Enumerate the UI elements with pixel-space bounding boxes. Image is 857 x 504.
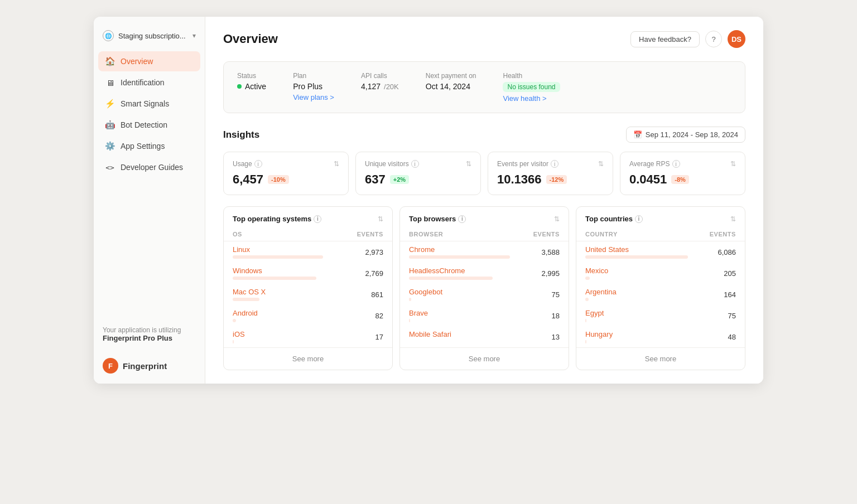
chevron-down-icon: ▾ [192, 32, 196, 40]
table-row-link-Windows[interactable]: Windows [233, 266, 339, 275]
table-info-icon-top-countries[interactable]: i [635, 215, 643, 223]
table-row-name: Egypt [585, 309, 691, 322]
table-row-name: Chrome [409, 245, 515, 259]
table-row-value-Hungary: 48 [691, 333, 736, 341]
table-info-icon-top-os[interactable]: i [314, 215, 321, 223]
table-row: Brave 18 [400, 305, 569, 326]
metric-label-usage: Usage i ⇅ [233, 160, 339, 168]
metric-value-usage: 6,457 -10% [233, 172, 339, 187]
insights-title: Insights [223, 129, 259, 140]
table-row: Egypt 75 [576, 305, 745, 326]
table-row-value-Googlebot: 75 [515, 290, 560, 299]
info-icon-average-rps[interactable]: i [672, 160, 680, 168]
sidebar-developer-guides-label: Developer Guides [121, 163, 183, 172]
table-row-link-Mobile Safari[interactable]: Mobile Safari [409, 330, 515, 338]
metric-card-usage: Usage i ⇅ 6,457 -10% [223, 152, 349, 195]
see-more-button-top-os[interactable]: See more [224, 347, 392, 370]
help-button[interactable]: ? [705, 31, 722, 47]
table-row: United States 6,086 [576, 241, 745, 263]
table-row-value-United States: 6,086 [691, 248, 736, 256]
metric-number-average-rps: 0.0451 [629, 172, 667, 187]
metric-label-text-average-rps: Average RPS [629, 160, 670, 168]
sort-icon-usage[interactable]: ⇅ [334, 160, 339, 168]
table-row-name: Hungary [585, 330, 691, 343]
table-row-value-HeadlessChrome: 2,995 [515, 269, 560, 278]
table-sort-icon-top-os[interactable]: ⇅ [378, 215, 383, 223]
table-sort-icon-top-browsers[interactable]: ⇅ [554, 215, 560, 223]
table-row-name: Argentina [585, 288, 691, 301]
col-label-2-top-browsers: EVENTS [515, 231, 560, 238]
info-icon-unique-visitors[interactable]: i [411, 160, 419, 168]
table-row-link-Egypt[interactable]: Egypt [585, 309, 691, 317]
sidebar-identification-label: Identification [121, 78, 165, 87]
plan-label: Plan [293, 72, 334, 80]
table-row-value-Egypt: 75 [691, 312, 736, 320]
calendar-icon: 📅 [633, 130, 642, 139]
sort-icon-events-per-visitor[interactable]: ⇅ [598, 160, 604, 168]
table-row-link-Mexico[interactable]: Mexico [585, 266, 691, 275]
see-more-button-top-countries[interactable]: See more [576, 347, 745, 370]
status-value: Active [237, 82, 266, 91]
table-row-link-Mac OS X[interactable]: Mac OS X [233, 288, 339, 296]
table-row-name: Mexico [585, 266, 691, 280]
table-row-bar [585, 277, 590, 280]
date-range-button[interactable]: 📅 Sep 11, 2024 - Sep 18, 2024 [626, 127, 745, 143]
table-row-link-Hungary[interactable]: Hungary [585, 330, 691, 338]
sidebar-item-app-settings[interactable]: ⚙️ App Settings [98, 136, 200, 156]
sidebar-item-smart-signals[interactable]: ⚡ Smart Signals [98, 94, 200, 114]
table-row-bar [409, 298, 411, 301]
metric-badge-events-per-visitor: -12% [546, 175, 567, 184]
table-row-link-Linux[interactable]: Linux [233, 245, 339, 254]
sidebar-item-identification[interactable]: 🖥 Identification [98, 72, 200, 93]
status-card: Status Active Plan Pro Plus View plans >… [223, 61, 745, 113]
table-sort-icon-top-countries[interactable]: ⇅ [730, 215, 736, 223]
sidebar-app-settings-label: App Settings [121, 142, 165, 151]
main-content: Overview Have feedback? ? DS Status Acti… [205, 17, 763, 384]
table-row-link-Googlebot[interactable]: Googlebot [409, 288, 515, 296]
sidebar-logo: F Fingerprint [94, 351, 205, 374]
feedback-button[interactable]: Have feedback? [630, 31, 700, 47]
sort-icon-average-rps[interactable]: ⇅ [730, 160, 736, 168]
table-row: Hungary 48 [576, 326, 745, 347]
table-row-link-HeadlessChrome[interactable]: HeadlessChrome [409, 266, 515, 275]
sidebar-item-developer-guides[interactable]: <> Developer Guides [98, 157, 200, 177]
table-info-icon-top-browsers[interactable]: i [458, 215, 466, 223]
status-item: Status Active [237, 72, 266, 91]
code-icon: <> [105, 162, 115, 172]
subscription-selector[interactable]: 🌐 Staging subscriptio... ▾ [94, 27, 205, 51]
lightning-icon: ⚡ [105, 99, 115, 109]
table-row-bar [233, 277, 316, 280]
table-row-link-Android[interactable]: Android [233, 309, 339, 317]
health-item: Health No issues found View health > [503, 72, 560, 103]
plan-item: Plan Pro Plus View plans > [293, 72, 334, 101]
avatar[interactable]: DS [728, 30, 745, 48]
subscription-icon: 🌐 [103, 30, 114, 41]
info-icon-usage[interactable]: i [254, 160, 262, 168]
table-row-link-United States[interactable]: United States [585, 245, 691, 254]
table-row: iOS 17 [224, 326, 392, 347]
table-row-bar [409, 255, 510, 259]
table-row-link-Brave[interactable]: Brave [409, 309, 515, 317]
table-row-link-Argentina[interactable]: Argentina [585, 288, 691, 296]
table-row-name: iOS [233, 330, 339, 343]
metric-number-unique-visitors: 637 [365, 172, 386, 187]
view-health-link[interactable]: View health > [503, 94, 560, 103]
api-calls-label: API calls [361, 72, 399, 80]
footer-plan: Fingerprint Pro Plus [103, 334, 196, 342]
table-row: Mobile Safari 13 [400, 326, 569, 347]
info-icon-events-per-visitor[interactable]: i [551, 160, 559, 168]
home-icon: 🏠 [105, 56, 115, 66]
table-row: Mexico 205 [576, 263, 745, 284]
sort-icon-unique-visitors[interactable]: ⇅ [466, 160, 471, 168]
view-plans-link[interactable]: View plans > [293, 93, 334, 101]
api-calls-value: 4,127/20K [361, 82, 399, 91]
sidebar-item-overview[interactable]: 🏠 Overview [98, 51, 200, 71]
table-row-link-Chrome[interactable]: Chrome [409, 245, 515, 254]
table-title-top-os: Top operating systems i [233, 215, 321, 223]
see-more-button-top-browsers[interactable]: See more [400, 347, 569, 370]
table-row-link-iOS[interactable]: iOS [233, 330, 339, 338]
sidebar-item-bot-detection[interactable]: 🤖 Bot Detection [98, 115, 200, 135]
table-row-bar [409, 277, 493, 280]
table-row: HeadlessChrome 2,995 [400, 263, 569, 284]
header-actions: Have feedback? ? DS [630, 30, 745, 48]
